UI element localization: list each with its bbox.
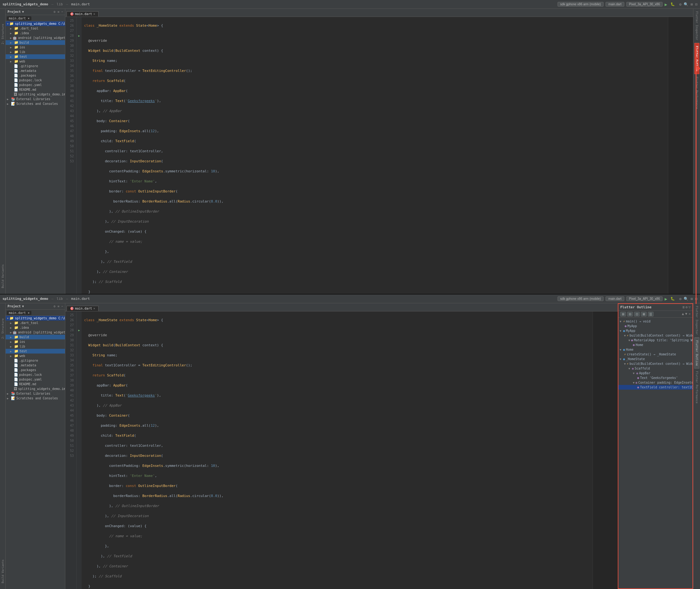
structure-tab-bottom[interactable]: 2: Structure <box>1 316 5 341</box>
lib-label: lib <box>56 2 63 6</box>
tree-item-packages-bottom[interactable]: 📄 .packages <box>6 368 65 372</box>
tree-item-lib-bottom[interactable]: ▶ 📁 lib <box>6 344 65 349</box>
panel-dropdown-bottom[interactable]: ▼ <box>22 305 24 308</box>
tree-item-readme-bottom[interactable]: 📄 README.md <box>6 382 65 387</box>
tree-item-readme[interactable]: 📄 README.md <box>6 87 65 92</box>
left-structure-tabs-bottom: 2: Structure Build Variants <box>0 303 6 589</box>
outline-filter-icon[interactable]: ▽ <box>688 305 691 309</box>
tree-item-idea-bottom[interactable]: ▶ 📁 .idea <box>6 325 65 330</box>
build-variants-tab-top[interactable]: Build Variants <box>1 262 5 291</box>
outline-center-btn[interactable]: ⊠ <box>641 312 647 317</box>
outline-item-build-myapp[interactable]: ▼ ⚡ build(BuildContext context) → Widget <box>619 333 692 338</box>
tree-item-pubspec-lock[interactable]: 📄 pubspec.lock <box>6 78 65 82</box>
run-config-btn-bottom[interactable]: main.dart <box>606 297 624 301</box>
tree-item-android-bottom[interactable]: ▶ 🤖 android [splitting_widget... <box>6 330 65 335</box>
build-variants-tab-bottom[interactable]: Build Variants <box>1 557 5 586</box>
editor-area-top: 🎯 main.dart × 252627 282930 313233 34353… <box>65 9 693 294</box>
gutter-run-bottom[interactable]: ▶ <box>76 328 81 333</box>
outline-column-btn[interactable]: ⊟ <box>627 312 633 317</box>
run-config-btn[interactable]: main.dart <box>606 2 624 7</box>
tree-item-img[interactable]: 🖼 splitting_widgets_demo.im <box>6 92 65 97</box>
tree-item-web[interactable]: ▶ 📁 web <box>6 59 65 64</box>
tree-item-web-bottom[interactable]: ▶ 📁 web <box>6 354 65 358</box>
outline-header: Flutter Outline ≡ ⚙ ▽ <box>619 304 692 311</box>
tree-item-build-bottom[interactable]: ▶ 📁 build <box>6 335 65 339</box>
tree-item-build[interactable]: ▶ 📁 build <box>6 40 65 45</box>
debug-icon[interactable]: 🐛 <box>671 2 675 6</box>
outline-item-materialapp[interactable]: ▼ ● MaterialApp title: 'Splitting Widget… <box>619 338 692 343</box>
flutter-inspector-tab-top[interactable]: Flutter Inspector <box>695 9 699 43</box>
editor-area-bottom: 🎯 main.dart × 252627 282930 313233 34353… <box>65 303 618 589</box>
editor-tab-main-bottom[interactable]: 🎯 main.dart × <box>66 306 98 311</box>
outline-item-home-child[interactable]: ● Home <box>619 343 692 347</box>
outline-item-home-class[interactable]: ▼ ◉ Home <box>619 347 692 352</box>
tree-item-pubspec-yaml-bottom[interactable]: 📄 pubspec.yaml <box>6 377 65 382</box>
tree-item-root[interactable]: ▼ 📁 splitting_widgets_demo C:\U <box>6 21 65 26</box>
editor-tab-main-top[interactable]: 🎯 main.dart × <box>66 11 98 17</box>
tree-item-scratches-bottom[interactable]: ▶ 📝 Scratches and Consoles <box>6 396 65 401</box>
tree-item-dart-tool[interactable]: ▶ 📁 .dart_tool <box>6 26 65 31</box>
tree-item-packages[interactable]: 📄 .packages <box>6 73 65 78</box>
run-icon[interactable]: ▶ <box>665 2 667 7</box>
flutter-performance-tab-top[interactable]: Flutter Performance <box>695 74 699 112</box>
tree-item-ios[interactable]: ▶ 📁 ios <box>6 45 65 50</box>
outline-item-appbar[interactable]: ▼ ◉ AppBar <box>619 371 692 376</box>
outline-item-myapp-class[interactable]: ▼ ◉ MyApp <box>619 329 692 333</box>
outline-up-icon[interactable]: ▲ <box>682 312 684 317</box>
tree-item-gitignore-bottom[interactable]: 📄 .gitignore <box>6 358 65 363</box>
tree-item-external[interactable]: ▶ 📚 External Libraries <box>6 97 65 102</box>
outline-item-createstate[interactable]: ⚡ createState() → _HomeState <box>619 352 692 357</box>
run-icon-bottom[interactable]: ▶ <box>665 297 667 302</box>
device-btn[interactable]: Pixel_3a_API_30_x86 <box>626 2 663 7</box>
sdk-device-btn-bottom[interactable]: sdk gphone x86 arm (mobile) <box>557 297 604 301</box>
structure-tab-top[interactable]: 2: Structure <box>1 21 5 47</box>
tree-item-img-bottom[interactable]: 🖼 splitting_widgets_demo.im <box>6 387 65 391</box>
tree-item-ios-bottom[interactable]: ▶ 📁 ios <box>6 339 65 344</box>
tree-item-pubspec-lock-bottom[interactable]: 📄 pubspec.lock <box>6 372 65 377</box>
panel-header-dropdown[interactable]: ▼ <box>22 10 24 13</box>
outline-item-build-home[interactable]: ▼ ⚡ build(BuildContext context) → Widget <box>619 361 692 366</box>
flutter-performance-tab-bottom[interactable]: Flutter Performance <box>695 369 699 406</box>
panel-header-title-bottom: Project <box>8 305 21 308</box>
outline-list-icon[interactable]: ≡ <box>682 305 685 309</box>
debug-icon-bottom[interactable]: 🐛 <box>671 297 675 301</box>
flutter-inspector-tab-bottom[interactable]: Flutter Inspector <box>695 303 699 338</box>
device-btn-bottom[interactable]: Pixel_3a_API_30_x86 <box>626 297 663 301</box>
outline-item-scaffold[interactable]: ▼ ◉ Scaffold <box>619 366 692 371</box>
tree-item-metadata[interactable]: 📄 .metadata <box>6 68 65 73</box>
outline-item-container[interactable]: ▼ ◉ Container padding: EdgeInsets.all(12… <box>619 380 692 385</box>
outline-item-text[interactable]: ● Text 'Geeksforgeeks' <box>619 376 692 380</box>
tree-item-idea[interactable]: ▶ 📁 .idea <box>6 31 65 35</box>
tree-item-pubspec-yaml[interactable]: 📄 pubspec.yaml <box>6 82 65 87</box>
panel-header-title-top: Project <box>8 10 21 13</box>
mini-tab-main[interactable]: main.dart × <box>7 16 31 20</box>
outline-item-main[interactable]: ▼ ⚡ main() → void <box>619 319 692 324</box>
outline-item-homestate[interactable]: ▼ ◉ _HomeState <box>619 357 692 361</box>
mini-tab-main-bottom[interactable]: main.dart × <box>7 311 31 315</box>
gutter-run-top[interactable]: ▶ <box>76 33 81 38</box>
outline-item-textfield[interactable]: ● TextField controller: text1Controlle <box>619 385 692 390</box>
outline-row-btn[interactable]: ⊡ <box>634 312 640 317</box>
tree-item-root-bottom[interactable]: ▼ 📁 splitting_widgets_demo C:\U <box>6 316 65 321</box>
outline-toolbar: ⊞ ⊟ ⊡ ⊠ ||| ▲ ▼ » <box>619 311 692 318</box>
tree-item-lib[interactable]: ▶ 📁 lib <box>6 50 65 54</box>
tree-item-gitignore[interactable]: 📄 .gitignore <box>6 64 65 68</box>
tree-item-test[interactable]: ▶ 📁 test <box>6 54 65 59</box>
tree-item-metadata-bottom[interactable]: 📄 .metadata <box>6 363 65 368</box>
outline-down-icon[interactable]: ▼ <box>685 312 687 317</box>
outline-widget-btn[interactable]: ⊞ <box>620 312 626 317</box>
tree-item-dart-tool-bottom[interactable]: ▶ 📁 .dart_tool <box>6 321 65 325</box>
code-content-top[interactable]: class _HomeState extends State<Home> { @… <box>81 17 668 294</box>
tree-item-external-bottom[interactable]: ▶ 📚 External Libraries <box>6 391 65 396</box>
outline-settings-icon[interactable]: ⚙ <box>686 305 688 309</box>
flutter-outline-tab-bottom[interactable]: Flutter Outline <box>694 338 699 369</box>
code-content-bottom[interactable]: class _HomeState extends State<Home> { @… <box>81 312 593 589</box>
sdk-device-btn[interactable]: sdk gphone x86 arm (mobile) <box>557 2 604 7</box>
outline-item-myapp-child[interactable]: ● MyApp <box>619 324 692 329</box>
outline-padding-btn[interactable]: ||| <box>648 312 654 317</box>
tree-item-scratches-top[interactable]: ▶ 📝 Scratches and Consoles <box>6 102 65 106</box>
outline-tree: ▼ ⚡ main() → void ● MyApp ▼ ◉ MyApp ▼ ⚡ … <box>619 318 692 588</box>
tree-item-android[interactable]: ▶ 🤖 android [splitting_widget... <box>6 35 65 40</box>
outline-more-icon[interactable]: » <box>688 312 691 317</box>
tree-item-test-bottom[interactable]: ▶ 📁 test <box>6 349 65 354</box>
